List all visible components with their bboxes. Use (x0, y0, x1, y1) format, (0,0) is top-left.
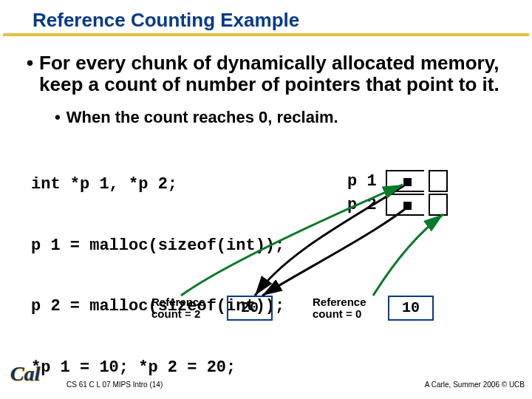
p1-row: p 1 (347, 170, 517, 192)
p2-row: p 2 (347, 194, 517, 216)
pointer-dot-icon (403, 178, 412, 186)
refcount-left-label: Reference count = 2 (151, 296, 216, 321)
refcount-right-label: Reference count = 0 (313, 296, 378, 321)
value-box-right: 10 (388, 296, 434, 321)
p1-label: p 1 (347, 172, 381, 191)
pointer-dot-icon (403, 202, 412, 210)
cal-logo: Cal (10, 362, 40, 386)
bullet2-text: When the count reaches 0, reclaim. (66, 109, 338, 126)
bullet-dot-icon: • (55, 109, 61, 126)
bullet-dot-icon: • (27, 52, 33, 95)
footer-left: CS 61 C L 07 MIPS Intro (14) (66, 381, 163, 389)
refcount-row: Reference count = 2 20 Reference count =… (151, 296, 444, 321)
bullet1-text: For every chunk of dynamically allocated… (39, 52, 517, 95)
pointer-diagram: p 1 p 2 (347, 170, 517, 217)
p2-halfbox (429, 194, 448, 216)
bullet-level2: • When the count reaches 0, reclaim. (55, 109, 517, 126)
p1-box (386, 170, 424, 192)
value-box-left: 20 (227, 296, 273, 321)
p2-box (386, 194, 424, 216)
bullet-level1: • For every chunk of dynamically allocat… (27, 52, 517, 95)
p1-halfbox (429, 170, 448, 192)
page-title: Reference Counting Example (33, 9, 529, 32)
title-bar: Reference Counting Example (3, 9, 529, 36)
code-line: *p 1 = 10; *p 2 = 20; (31, 358, 517, 378)
slide-content: • For every chunk of dynamically allocat… (0, 36, 532, 399)
p2-label: p 2 (347, 196, 381, 214)
footer-right: A Carle, Summer 2006 © UCB (425, 381, 525, 389)
code-line: p 1 = malloc(sizeof(int)); (31, 236, 517, 256)
